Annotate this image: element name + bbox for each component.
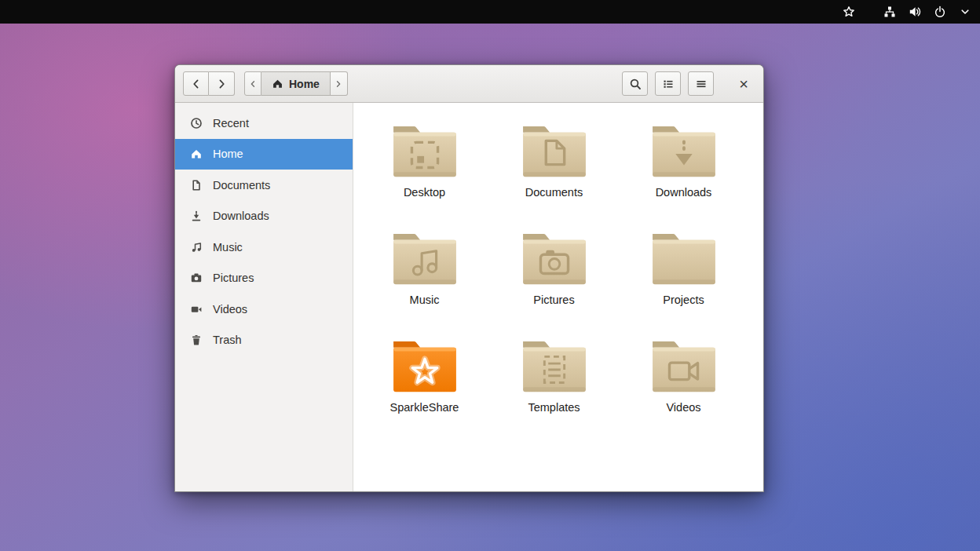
sidebar-item-trash[interactable]: Trash — [175, 325, 353, 356]
folder-templates[interactable]: Templates — [489, 338, 619, 446]
folder-label: SparkleShare — [390, 401, 459, 414]
chevron-left-icon — [248, 79, 258, 89]
system-status-area — [842, 5, 972, 19]
search-icon — [629, 78, 642, 90]
history-nav-group — [183, 71, 235, 96]
sidebar-item-videos[interactable]: Videos — [175, 294, 353, 325]
folder-label: Music — [410, 294, 440, 306]
sidebar-item-label: Videos — [213, 303, 247, 316]
sidebar-item-label: Home — [213, 148, 243, 160]
file-grid: Desktop Documents Downloads Music Pictur — [353, 103, 763, 446]
favorites-star-icon[interactable] — [842, 5, 856, 19]
folder-icon — [517, 231, 591, 289]
sidebar-item-label: Trash — [213, 334, 242, 346]
folder-desktop[interactable]: Desktop — [360, 123, 489, 231]
list-view-icon — [662, 78, 675, 90]
home-icon — [272, 78, 283, 89]
sidebar-item-home[interactable]: Home — [175, 139, 353, 170]
folder-pictures[interactable]: Pictures — [489, 231, 619, 338]
chevron-right-icon — [215, 78, 228, 90]
folder-projects[interactable]: Projects — [619, 231, 748, 338]
music-note-icon — [190, 241, 203, 254]
sidebar-item-label: Documents — [213, 179, 270, 192]
forward-button[interactable] — [209, 71, 235, 96]
camera-icon — [190, 272, 203, 284]
folder-icon — [647, 123, 721, 181]
back-button[interactable] — [183, 71, 209, 96]
folder-music[interactable]: Music — [360, 231, 489, 338]
folder-label: Pictures — [533, 294, 574, 306]
sidebar-item-downloads[interactable]: Downloads — [175, 201, 353, 232]
sidebar-item-label: Downloads — [213, 210, 269, 222]
folder-documents[interactable]: Documents — [489, 123, 619, 231]
file-view-canvas: Desktop Documents Downloads Music Pictur — [353, 103, 763, 491]
folder-label: Downloads — [656, 186, 712, 199]
document-icon — [190, 179, 203, 192]
path-prev-button[interactable] — [244, 71, 261, 96]
chevron-down-icon[interactable] — [958, 5, 972, 19]
places-sidebar: Recent Home Documents Downloads Music Pi… — [175, 103, 353, 491]
path-home-label: Home — [289, 78, 320, 90]
download-arrow-icon — [190, 210, 203, 222]
folder-label: Desktop — [404, 186, 445, 199]
folder-icon-orange-star — [388, 338, 462, 396]
folder-label: Videos — [666, 401, 700, 414]
power-icon[interactable] — [933, 5, 947, 19]
trash-icon — [190, 334, 203, 346]
folder-icon — [388, 231, 462, 289]
hamburger-icon — [695, 78, 708, 90]
folder-icon — [517, 338, 591, 396]
sidebar-item-pictures[interactable]: Pictures — [175, 263, 353, 294]
sidebar-item-label: Pictures — [213, 272, 254, 284]
sidebar-item-documents[interactable]: Documents — [175, 170, 353, 201]
recent-clock-icon — [190, 117, 203, 130]
headerbar-actions: × — [622, 71, 754, 96]
folder-icon — [517, 123, 591, 181]
path-segment-home[interactable]: Home — [261, 71, 331, 96]
folder-icon — [388, 123, 462, 181]
view-toggle-button[interactable] — [655, 71, 681, 96]
window-headerbar[interactable]: Home — [175, 65, 763, 103]
sidebar-item-label: Music — [213, 241, 243, 254]
folder-sparkleshare[interactable]: SparkleShare — [360, 338, 489, 446]
folder-label: Projects — [663, 294, 704, 306]
window-body: Recent Home Documents Downloads Music Pi… — [175, 103, 763, 491]
volume-icon[interactable] — [908, 5, 922, 19]
close-button[interactable]: × — [733, 72, 754, 96]
folder-videos[interactable]: Videos — [619, 338, 748, 446]
video-camera-icon — [190, 303, 203, 316]
path-bar: Home — [244, 71, 348, 96]
path-next-button[interactable] — [331, 71, 348, 96]
sidebar-item-music[interactable]: Music — [175, 232, 353, 263]
chevron-left-icon — [190, 78, 203, 90]
network-workgroup-icon[interactable] — [883, 5, 897, 19]
folder-icon — [647, 231, 721, 289]
folder-label: Templates — [528, 401, 580, 414]
folder-downloads[interactable]: Downloads — [619, 123, 748, 231]
search-button[interactable] — [622, 71, 648, 96]
home-icon — [190, 148, 203, 160]
files-window: Home — [174, 64, 764, 492]
folder-icon — [647, 338, 721, 396]
folder-label: Documents — [525, 186, 583, 199]
top-bar — [0, 0, 980, 24]
chevron-right-icon — [334, 79, 343, 89]
sidebar-item-label: Recent — [213, 117, 249, 130]
menu-button[interactable] — [688, 71, 714, 96]
sidebar-item-recent[interactable]: Recent — [175, 108, 353, 139]
